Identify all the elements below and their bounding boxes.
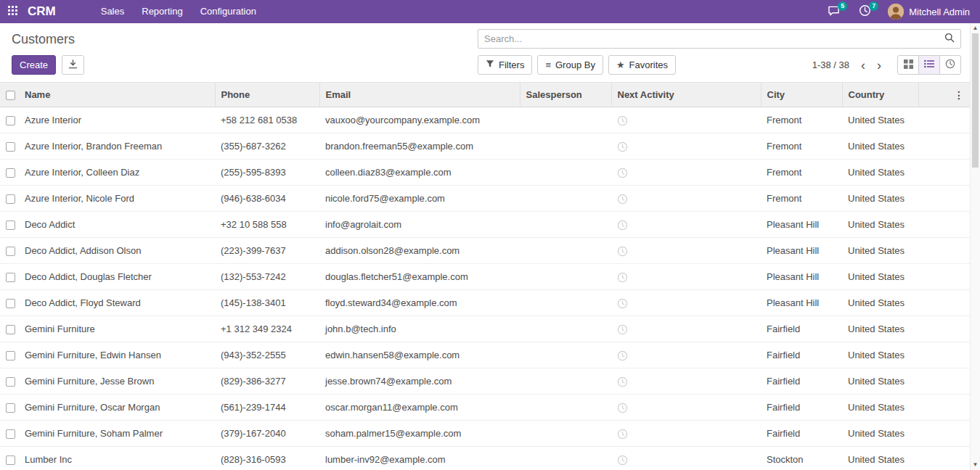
activity-view-button[interactable] [939,55,961,75]
table-row[interactable]: Lumber Inc (828)-316-0593 lumber-inv92@e… [0,447,970,470]
cell-email[interactable]: vauxoo@yourcompany.example.com [319,107,520,133]
cell-next-activity[interactable] [611,290,761,316]
cell-city[interactable]: Fairfield [761,316,842,342]
activities-button[interactable]: 7 [849,0,881,23]
table-row[interactable]: Gemini Furniture +1 312 349 2324 john.b@… [0,316,970,342]
column-header-email[interactable]: Email [319,83,520,107]
cell-phone[interactable]: (145)-138-3401 [215,290,319,316]
row-checkbox[interactable] [6,351,15,360]
menu-reporting[interactable]: Reporting [133,0,191,23]
cell-email[interactable]: oscar.morgan11@example.com [319,395,520,421]
cell-city[interactable]: Fairfield [761,395,842,421]
next-activity-clock-icon[interactable] [617,298,628,309]
cell-email[interactable]: lumber-inv92@example.com [319,447,520,470]
cell-city[interactable]: Pleasant Hill [761,290,842,316]
cell-name[interactable]: Deco Addict [19,212,215,238]
cell-phone[interactable]: (943)-352-2555 [215,342,319,368]
vertical-scrollbar[interactable]: ▲ ▼ [970,23,980,470]
cell-city[interactable]: Pleasant Hill [761,238,842,264]
scroll-up-arrow-icon[interactable]: ▲ [971,25,980,31]
cell-salesperson[interactable] [520,264,611,290]
table-row[interactable]: Azure Interior, Colleen Diaz (255)-595-8… [0,160,970,186]
cell-salesperson[interactable] [520,107,611,133]
cell-country[interactable]: United States [842,212,918,238]
cell-phone[interactable]: (132)-553-7242 [215,264,319,290]
next-activity-clock-icon[interactable] [617,350,628,361]
cell-next-activity[interactable] [611,447,761,470]
cell-salesperson[interactable] [520,316,611,342]
list-view-button[interactable] [918,55,940,75]
column-header-city[interactable]: City [761,83,842,107]
column-header-salesperson[interactable]: Salesperson [520,83,611,107]
cell-email[interactable]: brandon.freeman55@example.com [319,133,520,160]
menu-sales[interactable]: Sales [92,0,134,23]
scrollbar-thumb[interactable] [972,33,979,168]
user-menu[interactable]: Mitchell Admin [881,4,980,20]
cell-name[interactable]: Gemini Furniture, Edwin Hansen [19,342,215,368]
cell-next-activity[interactable] [611,342,761,368]
cell-email[interactable]: douglas.fletcher51@example.com [319,264,520,290]
cell-email[interactable]: addison.olson28@example.com [319,238,520,264]
cell-city[interactable]: Fairfield [761,368,842,395]
cell-email[interactable]: floyd.steward34@example.com [319,290,520,316]
table-row[interactable]: Azure Interior, Nicole Ford (946)-638-60… [0,186,970,212]
column-options-button[interactable]: ⋮ [918,83,970,107]
cell-next-activity[interactable] [611,133,761,160]
column-header-next-activity[interactable]: Next Activity [611,83,761,107]
cell-name[interactable]: Gemini Furniture, Soham Palmer [19,421,215,447]
cell-next-activity[interactable] [611,264,761,290]
table-row[interactable]: Azure Interior, Brandon Freeman (355)-68… [0,133,970,160]
table-row[interactable]: Gemini Furniture, Jesse Brown (829)-386-… [0,368,970,395]
cell-city[interactable]: Fairfield [761,421,842,447]
row-checkbox[interactable] [6,377,15,387]
cell-salesperson[interactable] [520,342,611,368]
cell-name[interactable]: Azure Interior, Nicole Ford [19,186,215,212]
cell-name[interactable]: Azure Interior [19,107,215,133]
cell-phone[interactable]: (255)-595-8393 [215,160,319,186]
cell-email[interactable]: edwin.hansen58@example.com [319,342,520,368]
cell-email[interactable]: john.b@tech.info [319,316,520,342]
cell-phone[interactable]: +1 312 349 2324 [215,316,319,342]
next-activity-clock-icon[interactable] [617,376,628,387]
search-input[interactable] [478,33,939,44]
cell-next-activity[interactable] [611,238,761,264]
cell-salesperson[interactable] [520,160,611,186]
column-header-name[interactable]: Name [19,83,215,107]
kanban-view-button[interactable] [897,55,919,75]
table-row[interactable]: Deco Addict, Floyd Steward (145)-138-340… [0,290,970,316]
next-activity-clock-icon[interactable] [617,141,628,152]
row-checkbox[interactable] [6,299,15,308]
cell-country[interactable]: United States [842,421,918,447]
cell-salesperson[interactable] [520,133,611,160]
row-checkbox[interactable] [6,116,15,125]
search-button[interactable] [939,33,960,45]
create-button[interactable]: Create [12,55,56,75]
row-checkbox[interactable] [6,455,15,465]
next-activity-clock-icon[interactable] [617,246,628,257]
cell-next-activity[interactable] [611,107,761,133]
next-activity-clock-icon[interactable] [617,272,628,283]
menu-configuration[interactable]: Configuration [192,0,265,23]
cell-city[interactable]: Fremont [761,133,842,160]
cell-city[interactable]: Fremont [761,186,842,212]
cell-name[interactable]: Azure Interior, Brandon Freeman [19,133,215,160]
pager-previous-button[interactable]: ‹ [855,59,871,72]
cell-phone[interactable]: (379)-167-2040 [215,421,319,447]
row-checkbox[interactable] [6,168,15,178]
cell-email[interactable]: nicole.ford75@example.com [319,186,520,212]
table-row[interactable]: Deco Addict +32 10 588 558 info@agrolait… [0,212,970,238]
cell-name[interactable]: Deco Addict, Addison Olson [19,238,215,264]
app-name[interactable]: CRM [25,4,63,19]
cell-email[interactable]: colleen.diaz83@example.com [319,160,520,186]
cell-city[interactable]: Fairfield [761,342,842,368]
cell-phone[interactable]: (946)-638-6034 [215,186,319,212]
cell-salesperson[interactable] [520,238,611,264]
cell-name[interactable]: Azure Interior, Colleen Diaz [19,160,215,186]
cell-country[interactable]: United States [842,342,918,368]
group-by-button[interactable]: ≡ Group By [537,55,603,75]
cell-country[interactable]: United States [842,316,918,342]
cell-country[interactable]: United States [842,264,918,290]
cell-salesperson[interactable] [520,447,611,470]
next-activity-clock-icon[interactable] [617,403,628,413]
cell-email[interactable]: info@agrolait.com [319,212,520,238]
